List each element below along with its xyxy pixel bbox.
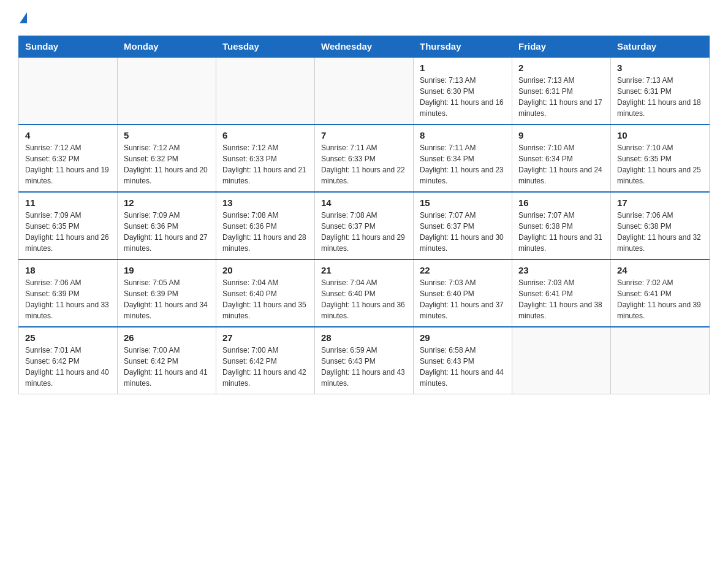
logo: Blue bbox=[18, 12, 28, 23]
day-number: 3 bbox=[617, 63, 703, 73]
day-info: Sunrise: 7:00 AMSunset: 6:42 PMDaylight:… bbox=[222, 345, 308, 389]
day-header-saturday: Saturday bbox=[611, 36, 710, 58]
day-number: 6 bbox=[222, 130, 308, 140]
day-number: 2 bbox=[518, 63, 604, 73]
day-info: Sunrise: 7:05 AMSunset: 6:39 PMDaylight:… bbox=[124, 277, 210, 321]
day-info: Sunrise: 7:13 AMSunset: 6:31 PMDaylight:… bbox=[518, 75, 604, 119]
calendar-week-row: 11Sunrise: 7:09 AMSunset: 6:35 PMDayligh… bbox=[19, 192, 710, 259]
calendar-cell: 7Sunrise: 7:11 AMSunset: 6:33 PMDaylight… bbox=[315, 124, 414, 192]
day-number: 23 bbox=[518, 265, 604, 275]
calendar-week-row: 4Sunrise: 7:12 AMSunset: 6:32 PMDaylight… bbox=[19, 124, 710, 192]
calendar-cell: 21Sunrise: 7:04 AMSunset: 6:40 PMDayligh… bbox=[315, 259, 414, 327]
day-info: Sunrise: 7:09 AMSunset: 6:35 PMDaylight:… bbox=[25, 210, 111, 254]
day-info: Sunrise: 6:59 AMSunset: 6:43 PMDaylight:… bbox=[321, 345, 407, 389]
day-info: Sunrise: 7:01 AMSunset: 6:42 PMDaylight:… bbox=[25, 345, 111, 389]
calendar-cell: 9Sunrise: 7:10 AMSunset: 6:34 PMDaylight… bbox=[512, 124, 611, 192]
day-number: 24 bbox=[617, 265, 703, 275]
day-info: Sunrise: 7:07 AMSunset: 6:37 PMDaylight:… bbox=[420, 210, 506, 254]
day-number: 15 bbox=[420, 197, 506, 208]
calendar-cell: 2Sunrise: 7:13 AMSunset: 6:31 PMDaylight… bbox=[512, 57, 611, 124]
calendar-cell: 11Sunrise: 7:09 AMSunset: 6:35 PMDayligh… bbox=[19, 192, 118, 259]
calendar-cell: 25Sunrise: 7:01 AMSunset: 6:42 PMDayligh… bbox=[19, 327, 118, 394]
calendar-cell: 16Sunrise: 7:07 AMSunset: 6:38 PMDayligh… bbox=[512, 192, 611, 259]
day-number: 28 bbox=[321, 332, 407, 343]
day-number: 14 bbox=[321, 197, 407, 208]
day-info: Sunrise: 7:13 AMSunset: 6:30 PMDaylight:… bbox=[420, 75, 506, 119]
day-header-thursday: Thursday bbox=[414, 36, 512, 58]
logo-text bbox=[18, 12, 28, 23]
day-info: Sunrise: 7:00 AMSunset: 6:42 PMDaylight:… bbox=[124, 345, 210, 389]
day-info: Sunrise: 7:10 AMSunset: 6:35 PMDaylight:… bbox=[617, 142, 703, 186]
day-info: Sunrise: 7:10 AMSunset: 6:34 PMDaylight:… bbox=[518, 142, 604, 186]
calendar-cell: 24Sunrise: 7:02 AMSunset: 6:41 PMDayligh… bbox=[611, 259, 710, 327]
day-number: 17 bbox=[617, 197, 703, 208]
calendar-cell: 29Sunrise: 6:58 AMSunset: 6:43 PMDayligh… bbox=[414, 327, 512, 394]
calendar-cell: 4Sunrise: 7:12 AMSunset: 6:32 PMDaylight… bbox=[19, 124, 118, 192]
page-header: Blue bbox=[18, 12, 710, 23]
calendar-cell: 1Sunrise: 7:13 AMSunset: 6:30 PMDaylight… bbox=[414, 57, 512, 124]
day-info: Sunrise: 7:02 AMSunset: 6:41 PMDaylight:… bbox=[617, 277, 703, 321]
calendar-cell: 23Sunrise: 7:03 AMSunset: 6:41 PMDayligh… bbox=[512, 259, 611, 327]
calendar-header-row: SundayMondayTuesdayWednesdayThursdayFrid… bbox=[19, 36, 710, 58]
calendar-cell: 14Sunrise: 7:08 AMSunset: 6:37 PMDayligh… bbox=[315, 192, 414, 259]
day-number: 29 bbox=[420, 332, 506, 343]
day-info: Sunrise: 6:58 AMSunset: 6:43 PMDaylight:… bbox=[420, 345, 506, 389]
day-header-monday: Monday bbox=[118, 36, 216, 58]
calendar-cell: 5Sunrise: 7:12 AMSunset: 6:32 PMDaylight… bbox=[118, 124, 216, 192]
day-header-sunday: Sunday bbox=[19, 36, 118, 58]
day-number: 20 bbox=[222, 265, 308, 275]
calendar-cell bbox=[315, 57, 414, 124]
calendar-week-row: 18Sunrise: 7:06 AMSunset: 6:39 PMDayligh… bbox=[19, 259, 710, 327]
day-number: 21 bbox=[321, 265, 407, 275]
calendar-cell: 17Sunrise: 7:06 AMSunset: 6:38 PMDayligh… bbox=[611, 192, 710, 259]
day-number: 13 bbox=[222, 197, 308, 208]
calendar-cell: 13Sunrise: 7:08 AMSunset: 6:36 PMDayligh… bbox=[216, 192, 315, 259]
calendar-cell: 18Sunrise: 7:06 AMSunset: 6:39 PMDayligh… bbox=[19, 259, 118, 327]
day-number: 7 bbox=[321, 130, 407, 140]
day-number: 22 bbox=[420, 265, 506, 275]
calendar-cell: 26Sunrise: 7:00 AMSunset: 6:42 PMDayligh… bbox=[118, 327, 216, 394]
day-header-tuesday: Tuesday bbox=[216, 36, 315, 58]
calendar-cell: 8Sunrise: 7:11 AMSunset: 6:34 PMDaylight… bbox=[414, 124, 512, 192]
calendar-cell: 3Sunrise: 7:13 AMSunset: 6:31 PMDaylight… bbox=[611, 57, 710, 124]
calendar-cell bbox=[118, 57, 216, 124]
day-number: 26 bbox=[124, 332, 210, 343]
day-info: Sunrise: 7:12 AMSunset: 6:32 PMDaylight:… bbox=[124, 142, 210, 186]
calendar-cell: 12Sunrise: 7:09 AMSunset: 6:36 PMDayligh… bbox=[118, 192, 216, 259]
day-info: Sunrise: 7:07 AMSunset: 6:38 PMDaylight:… bbox=[518, 210, 604, 254]
day-number: 1 bbox=[420, 63, 506, 73]
day-info: Sunrise: 7:04 AMSunset: 6:40 PMDaylight:… bbox=[222, 277, 308, 321]
day-number: 10 bbox=[617, 130, 703, 140]
calendar-cell bbox=[19, 57, 118, 124]
calendar-cell: 28Sunrise: 6:59 AMSunset: 6:43 PMDayligh… bbox=[315, 327, 414, 394]
day-info: Sunrise: 7:12 AMSunset: 6:32 PMDaylight:… bbox=[25, 142, 111, 186]
day-info: Sunrise: 7:03 AMSunset: 6:40 PMDaylight:… bbox=[420, 277, 506, 321]
day-number: 18 bbox=[25, 265, 111, 275]
day-info: Sunrise: 7:06 AMSunset: 6:38 PMDaylight:… bbox=[617, 210, 703, 254]
calendar-cell: 10Sunrise: 7:10 AMSunset: 6:35 PMDayligh… bbox=[611, 124, 710, 192]
day-info: Sunrise: 7:04 AMSunset: 6:40 PMDaylight:… bbox=[321, 277, 407, 321]
calendar-cell: 19Sunrise: 7:05 AMSunset: 6:39 PMDayligh… bbox=[118, 259, 216, 327]
day-number: 16 bbox=[518, 197, 604, 208]
calendar-cell bbox=[512, 327, 611, 394]
day-info: Sunrise: 7:12 AMSunset: 6:33 PMDaylight:… bbox=[222, 142, 308, 186]
day-info: Sunrise: 7:11 AMSunset: 6:33 PMDaylight:… bbox=[321, 142, 407, 186]
day-info: Sunrise: 7:03 AMSunset: 6:41 PMDaylight:… bbox=[518, 277, 604, 321]
day-number: 5 bbox=[124, 130, 210, 140]
calendar-week-row: 1Sunrise: 7:13 AMSunset: 6:30 PMDaylight… bbox=[19, 57, 710, 124]
day-number: 11 bbox=[25, 197, 111, 208]
day-number: 27 bbox=[222, 332, 308, 343]
day-number: 19 bbox=[124, 265, 210, 275]
day-info: Sunrise: 7:11 AMSunset: 6:34 PMDaylight:… bbox=[420, 142, 506, 186]
calendar-cell: 6Sunrise: 7:12 AMSunset: 6:33 PMDaylight… bbox=[216, 124, 315, 192]
calendar-cell bbox=[611, 327, 710, 394]
day-number: 9 bbox=[518, 130, 604, 140]
day-number: 8 bbox=[420, 130, 506, 140]
day-header-wednesday: Wednesday bbox=[315, 36, 414, 58]
calendar-cell: 15Sunrise: 7:07 AMSunset: 6:37 PMDayligh… bbox=[414, 192, 512, 259]
day-header-friday: Friday bbox=[512, 36, 611, 58]
logo-triangle-icon bbox=[20, 12, 27, 23]
calendar-cell: 22Sunrise: 7:03 AMSunset: 6:40 PMDayligh… bbox=[414, 259, 512, 327]
calendar-table: SundayMondayTuesdayWednesdayThursdayFrid… bbox=[18, 36, 710, 394]
calendar-week-row: 25Sunrise: 7:01 AMSunset: 6:42 PMDayligh… bbox=[19, 327, 710, 394]
